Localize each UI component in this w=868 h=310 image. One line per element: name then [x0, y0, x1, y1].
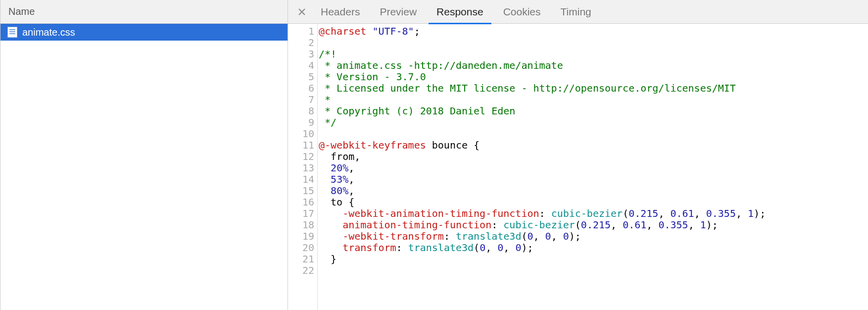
line-number: 4 [288, 60, 314, 71]
details-panel: HeadersPreviewResponseCookiesTiming 1234… [288, 0, 868, 310]
line-number: 5 [288, 71, 314, 83]
code-line: from, [319, 151, 868, 162]
line-number: 10 [288, 128, 314, 140]
line-number: 16 [288, 197, 314, 208]
line-number: 14 [288, 174, 314, 185]
code-line: -webkit-transform: translate3d(0, 0, 0); [319, 231, 868, 242]
code-line: */ [319, 117, 868, 128]
code-content[interactable]: @charset "UTF-8"; /*! * animate.css -htt… [318, 24, 868, 310]
line-number: 18 [288, 219, 314, 231]
tab-cookies[interactable]: Cookies [493, 0, 551, 24]
code-line [319, 128, 868, 140]
line-number: 6 [288, 83, 314, 94]
code-line: * animate.css -http://daneden.me/animate [319, 60, 868, 71]
tab-response[interactable]: Response [427, 0, 493, 24]
file-list: animate.css [0, 24, 288, 310]
line-number: 21 [288, 254, 314, 265]
line-number: 17 [288, 208, 314, 219]
file-icon [7, 27, 17, 38]
code-line: * [319, 94, 868, 105]
code-line: /*! [319, 49, 868, 60]
file-name-label: animate.css [22, 27, 75, 38]
tab-timing[interactable]: Timing [551, 0, 601, 24]
name-column-header[interactable]: Name [0, 0, 288, 24]
code-line: to { [319, 197, 868, 208]
code-line: * Copyright (c) 2018 Daniel Eden [319, 105, 868, 117]
tab-headers[interactable]: Headers [311, 0, 370, 24]
code-line: @-webkit-keyframes bounce { [319, 140, 868, 151]
line-number: 9 [288, 117, 314, 128]
code-line: } [319, 254, 868, 265]
code-line: * Licensed under the MIT license - http:… [319, 83, 868, 94]
code-line [319, 265, 868, 276]
code-line: animation-timing-function: cubic-bezier(… [319, 219, 868, 231]
tabs-holder: HeadersPreviewResponseCookiesTiming [311, 0, 601, 24]
line-number: 1 [288, 26, 314, 37]
line-number: 2 [288, 37, 314, 49]
code-line: 53%, [319, 174, 868, 185]
line-number: 22 [288, 265, 314, 276]
line-number: 13 [288, 162, 314, 174]
code-line: 80%, [319, 185, 868, 197]
line-number: 3 [288, 49, 314, 60]
code-line: -webkit-animation-timing-function: cubic… [319, 208, 868, 219]
line-gutter: 12345678910111213141516171819202122 [288, 24, 318, 310]
line-number: 15 [288, 185, 314, 197]
code-line: * Version - 3.7.0 [319, 71, 868, 83]
response-code-area[interactable]: 12345678910111213141516171819202122 @cha… [288, 24, 868, 310]
file-row[interactable]: animate.css [0, 24, 288, 41]
code-line: 20%, [319, 162, 868, 174]
details-tabs-bar: HeadersPreviewResponseCookiesTiming [288, 0, 868, 24]
code-line [319, 37, 868, 49]
line-number: 20 [288, 242, 314, 254]
line-number: 11 [288, 140, 314, 151]
line-number: 8 [288, 105, 314, 117]
line-number: 19 [288, 231, 314, 242]
code-line: @charset "UTF-8"; [319, 26, 868, 37]
code-line: transform: translate3d(0, 0, 0); [319, 242, 868, 254]
network-file-panel: Name animate.css [0, 0, 288, 310]
close-icon[interactable] [293, 0, 311, 24]
tab-preview[interactable]: Preview [370, 0, 427, 24]
line-number: 7 [288, 94, 314, 105]
line-number: 12 [288, 151, 314, 162]
